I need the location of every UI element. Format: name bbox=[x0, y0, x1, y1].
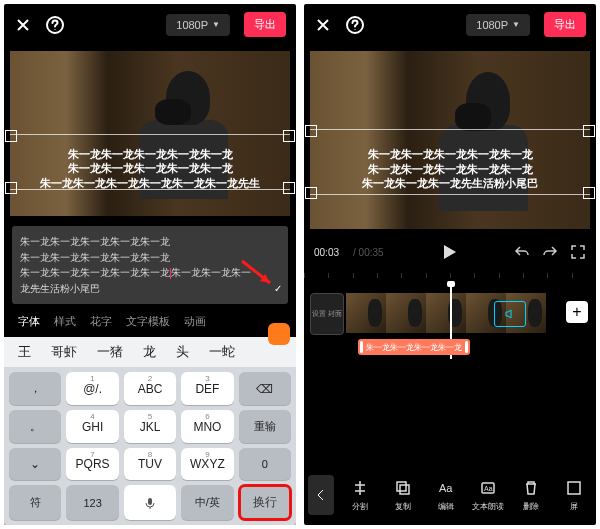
top-bar: 1080P▼ 导出 bbox=[4, 4, 296, 45]
key-comma[interactable]: ， bbox=[9, 372, 61, 405]
help-icon[interactable] bbox=[346, 16, 364, 34]
tab-style[interactable]: 样式 bbox=[50, 312, 80, 331]
key-7[interactable]: 7PQRS bbox=[66, 448, 118, 480]
tab-font[interactable]: 字体 bbox=[14, 312, 44, 331]
audio-button[interactable] bbox=[494, 301, 526, 327]
text-overlay: 朱一龙朱一龙朱一龙朱一龙朱一龙 朱一龙朱一龙朱一龙朱一龙朱一龙 朱一龙朱一龙朱一… bbox=[321, 147, 579, 191]
key-3[interactable]: 3DEF bbox=[181, 372, 233, 405]
candidate[interactable]: 一猪 bbox=[87, 343, 133, 361]
play-icon[interactable] bbox=[438, 241, 460, 263]
key-9[interactable]: 9WXYZ bbox=[181, 448, 233, 480]
key-more[interactable]: ⌄ bbox=[9, 448, 61, 480]
tool-split[interactable]: 分割 bbox=[342, 479, 379, 512]
resolution-button[interactable]: 1080P▼ bbox=[466, 14, 530, 36]
key-4[interactable]: 4GHI bbox=[66, 410, 118, 443]
key-backspace[interactable]: ⌫ bbox=[239, 372, 291, 405]
tool-copy[interactable]: 复制 bbox=[385, 479, 422, 512]
svg-rect-5 bbox=[397, 482, 406, 491]
playback-bar: 00:03 / 00:35 bbox=[304, 235, 596, 269]
svg-text:Aa: Aa bbox=[484, 485, 493, 492]
time-duration: / 00:35 bbox=[353, 247, 384, 258]
text-track-clip[interactable]: 朱一龙朱一龙朱一龙朱一龙 bbox=[358, 339, 470, 355]
key-zero[interactable]: 0 bbox=[239, 448, 291, 480]
key-8[interactable]: 8TUV bbox=[124, 448, 176, 480]
key-1[interactable]: 1@/. bbox=[66, 372, 118, 405]
tool-edit[interactable]: Aa编辑 bbox=[427, 479, 464, 512]
tool-tts[interactable]: Aa文本朗读 bbox=[470, 479, 507, 512]
candidate[interactable]: 王 bbox=[8, 343, 41, 361]
candidate[interactable]: 头 bbox=[166, 343, 199, 361]
tool-more[interactable]: 屏 bbox=[555, 479, 592, 512]
svg-text:Aa: Aa bbox=[439, 482, 453, 494]
video-preview[interactable]: 朱一龙朱一龙朱一龙朱一龙朱一龙 朱一龙朱一龙朱一龙朱一龙朱一龙 朱一龙朱一龙朱一… bbox=[310, 51, 590, 229]
tab-anim[interactable]: 动画 bbox=[180, 312, 210, 331]
candidate[interactable]: 一蛇 bbox=[199, 343, 245, 361]
bottom-toolbar: 分割 复制 Aa编辑 Aa文本朗读 删除 屏 bbox=[304, 467, 596, 525]
annotation-arrow bbox=[240, 259, 276, 289]
key-2[interactable]: 2ABC bbox=[124, 372, 176, 405]
candidate[interactable]: 哥虾 bbox=[41, 343, 87, 361]
key-number[interactable]: 123 bbox=[66, 485, 118, 520]
ime-logo-icon bbox=[268, 323, 290, 345]
add-clip-button[interactable]: + bbox=[566, 301, 588, 323]
back-button[interactable] bbox=[308, 475, 334, 515]
fullscreen-icon[interactable] bbox=[570, 244, 586, 260]
key-symbol[interactable]: 符 bbox=[9, 485, 61, 520]
key-period[interactable]: 。 bbox=[9, 410, 61, 443]
timeline[interactable]: 设置 封面 + 朱一龙朱一龙朱一龙朱一龙 bbox=[304, 273, 596, 359]
candidate[interactable]: 龙 bbox=[133, 343, 166, 361]
mic-icon bbox=[143, 496, 157, 510]
key-lang[interactable]: 中/英 bbox=[181, 485, 233, 520]
help-icon[interactable] bbox=[46, 16, 64, 34]
time-current: 00:03 bbox=[314, 247, 339, 258]
key-6[interactable]: 6MNO bbox=[181, 410, 233, 443]
phone-right-timeline: 1080P▼ 导出 朱一龙朱一龙朱一龙朱一龙朱一龙 朱一龙朱一龙朱一龙朱一龙朱一… bbox=[304, 4, 596, 525]
text-edit-box[interactable]: 朱一龙朱一龙朱一龙朱一龙朱一龙 朱一龙朱一龙朱一龙朱一龙朱一龙 朱一龙朱一龙朱一… bbox=[12, 226, 288, 304]
key-enter[interactable]: 换行 bbox=[239, 485, 291, 520]
tab-template[interactable]: 文字模板 bbox=[122, 312, 174, 331]
undo-icon[interactable] bbox=[514, 244, 530, 260]
cover-button[interactable]: 设置 封面 bbox=[310, 293, 344, 335]
tab-fancy[interactable]: 花字 bbox=[86, 312, 116, 331]
export-button[interactable]: 导出 bbox=[244, 12, 286, 37]
close-icon[interactable] bbox=[14, 16, 32, 34]
key-5[interactable]: 5JKL bbox=[124, 410, 176, 443]
svg-point-4 bbox=[354, 28, 355, 29]
resolution-button[interactable]: 1080P▼ bbox=[166, 14, 230, 36]
candidate-bar: 王 哥虾 一猪 龙 头 一蛇 bbox=[4, 337, 296, 367]
svg-rect-2 bbox=[148, 498, 152, 505]
top-bar: 1080P▼ 导出 bbox=[304, 4, 596, 45]
svg-point-1 bbox=[54, 28, 55, 29]
export-button[interactable]: 导出 bbox=[544, 12, 586, 37]
text-overlay: 朱一龙朱一龙朱一龙朱一龙朱一龙 朱一龙朱一龙朱一龙朱一龙朱一龙 朱一龙朱一龙朱一… bbox=[21, 147, 279, 191]
video-preview[interactable]: 朱一龙朱一龙朱一龙朱一龙朱一龙 朱一龙朱一龙朱一龙朱一龙朱一龙 朱一龙朱一龙朱一… bbox=[10, 51, 290, 216]
text-style-tabs: 字体 样式 花字 文字模板 动画 bbox=[4, 304, 296, 337]
close-icon[interactable] bbox=[314, 16, 332, 34]
svg-rect-10 bbox=[568, 482, 580, 494]
key-reinput[interactable]: 重输 bbox=[239, 410, 291, 443]
keyboard: 王 哥虾 一猪 龙 头 一蛇 ， 1@/. 2ABC 3DEF ⌫ 。 4GHI… bbox=[4, 337, 296, 525]
tool-delete[interactable]: 删除 bbox=[513, 479, 550, 512]
svg-rect-6 bbox=[400, 485, 409, 494]
redo-icon[interactable] bbox=[542, 244, 558, 260]
phone-left-editor: 1080P▼ 导出 朱一龙朱一龙朱一龙朱一龙朱一龙 朱一龙朱一龙朱一龙朱一龙朱一… bbox=[4, 4, 296, 525]
key-space[interactable] bbox=[124, 485, 176, 520]
